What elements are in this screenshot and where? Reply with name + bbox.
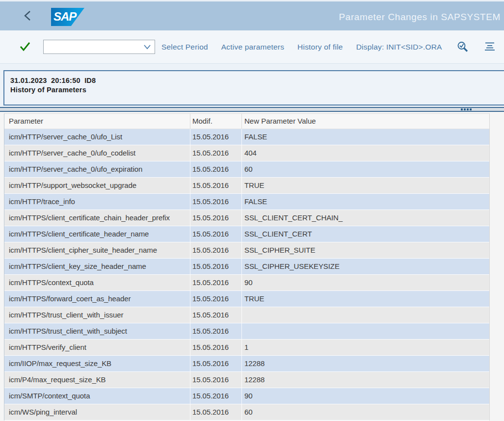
cell-modif: 15.05.2016 xyxy=(190,129,242,145)
table-header-row: Parameter Modif. New Parameter Value xyxy=(4,114,489,129)
table-row[interactable]: icm/HTTP/server_cache_0/ufo_codelist15.0… xyxy=(4,145,489,161)
history-of-file-button[interactable]: History of file xyxy=(297,43,343,52)
page-title: Parameter Changes in SAPSYSTEM xyxy=(339,1,501,32)
table-row[interactable]: icm/HTTPS/verify_client15.05.20161 xyxy=(4,340,489,356)
cell-parameter: icm/HTTPS/trust_client_with_subject xyxy=(4,323,190,339)
toolbar: Select Period Active parameters History … xyxy=(0,30,504,64)
cell-modif: 15.05.2016 xyxy=(190,372,242,388)
cell-new-parameter-value: FALSE xyxy=(242,129,489,145)
select-period-button[interactable]: Select Period xyxy=(161,43,208,52)
command-combobox[interactable] xyxy=(43,40,155,54)
cell-parameter: icm/HTTPS/client_cipher_suite_header_nam… xyxy=(4,242,190,258)
cell-modif: 15.05.2016 xyxy=(190,404,242,420)
splitter-bar[interactable] xyxy=(0,107,504,112)
cell-modif: 15.05.2016 xyxy=(190,259,242,274)
display-init-sid-ora-button[interactable]: Display: INIT<SID>.ORA xyxy=(356,43,442,52)
cell-modif: 15.05.2016 xyxy=(190,388,242,404)
command-combobox-input[interactable] xyxy=(44,40,143,53)
sap-logo-text: SAP xyxy=(51,8,84,26)
column-header-modif[interactable]: Modif. xyxy=(190,114,242,129)
column-header-new-parameter-value[interactable]: New Parameter Value xyxy=(242,114,489,129)
cell-parameter: icm/HTTPS/client_certificate_header_name xyxy=(4,226,190,242)
cell-new-parameter-value: SSL_CLIENT_CERT_CHAIN_ xyxy=(242,210,489,226)
cell-new-parameter-value: 12288 xyxy=(242,356,489,371)
cell-parameter: icm/WS/ping_interval xyxy=(4,404,190,420)
cell-new-parameter-value xyxy=(242,307,489,323)
table-row[interactable]: icm/HTTPS/context_quota15.05.201690 xyxy=(4,275,489,291)
cell-new-parameter-value: FALSE xyxy=(242,194,489,210)
check-icon xyxy=(19,41,31,53)
top-header-bar: SAP Parameter Changes in SAPSYSTEM xyxy=(0,0,504,30)
cell-parameter: icm/HTTPS/verify_client xyxy=(4,340,190,355)
cell-modif: 15.05.2016 xyxy=(190,145,242,161)
cell-new-parameter-value: SSL_CIPHER_SUITE xyxy=(242,242,489,258)
cell-new-parameter-value: 60 xyxy=(242,161,489,177)
cell-parameter: icm/HTTPS/context_quota xyxy=(4,275,190,290)
cell-parameter: icm/HTTPS/client_key_size_header_name xyxy=(4,259,190,274)
cell-parameter: icm/HTTP/server_cache_0/ufo_expiration xyxy=(4,161,190,177)
cell-parameter: icm/HTTPS/forward_coert_as_header xyxy=(4,291,190,307)
cell-new-parameter-value: SSL_CLIENT_CERT xyxy=(242,226,489,242)
cell-modif: 15.05.2016 xyxy=(190,242,242,258)
cell-new-parameter-value: TRUE xyxy=(242,178,489,193)
cell-parameter: icm/HTTPS/client_certificate_chain_heade… xyxy=(4,210,190,226)
cell-parameter: icm/SMTP/context_quota xyxy=(4,388,190,404)
table-row[interactable]: icm/IIOP/max_request_size_KB15.05.201612… xyxy=(4,356,489,372)
cell-modif: 15.05.2016 xyxy=(190,210,242,226)
cell-parameter: icm/P4/max_request_size_KB xyxy=(4,372,190,388)
column-header-parameter[interactable]: Parameter xyxy=(4,114,190,129)
confirm-button[interactable] xyxy=(19,41,31,53)
table-row[interactable]: icm/SMTP/context_quota15.05.201690 xyxy=(4,388,489,404)
cell-parameter: icm/HTTP/server_cache_0/ufo_List xyxy=(4,129,190,145)
cell-modif: 15.05.2016 xyxy=(190,323,242,339)
cell-new-parameter-value: 90 xyxy=(242,275,489,290)
cell-parameter: icm/HTTP/support_websocket_upgrade xyxy=(4,178,190,193)
find-button[interactable] xyxy=(456,41,469,53)
cell-modif: 15.05.2016 xyxy=(190,194,242,210)
cell-new-parameter-value: SSL_CIPHER_USEKEYSIZE xyxy=(242,259,489,274)
search-check-icon xyxy=(456,41,469,53)
stacked-lines-icon xyxy=(483,41,496,53)
cell-parameter: icm/HTTP/trace_info xyxy=(4,194,190,210)
cell-modif: 15.05.2016 xyxy=(190,291,242,307)
cell-parameter: icm/HTTPS/trust_client_with_issuer xyxy=(4,307,190,323)
cell-new-parameter-value: 60 xyxy=(242,404,489,420)
table-row[interactable]: icm/HTTP/trace_info15.05.2016FALSE xyxy=(4,194,489,210)
cell-new-parameter-value: 12288 xyxy=(242,372,489,388)
cell-new-parameter-value: TRUE xyxy=(242,291,489,307)
report-header-panel: 31.01.2023 20:16:50 ID8 History of Param… xyxy=(3,70,504,105)
chevron-down-icon xyxy=(143,43,152,51)
table-body: icm/HTTP/server_cache_0/ufo_List15.05.20… xyxy=(4,129,489,421)
cell-modif: 15.05.2016 xyxy=(190,275,242,290)
table-row[interactable]: icm/HTTPS/client_certificate_chain_heade… xyxy=(4,210,489,226)
cell-new-parameter-value: 90 xyxy=(242,388,489,404)
active-parameters-button[interactable]: Active parameters xyxy=(221,43,284,52)
cell-parameter: icm/IIOP/max_request_size_KB xyxy=(4,356,190,371)
table-row[interactable]: icm/HTTP/support_websocket_upgrade15.05.… xyxy=(4,178,489,194)
table-row[interactable]: icm/HTTPS/client_certificate_header_name… xyxy=(4,226,489,242)
back-chevron-icon xyxy=(23,10,33,22)
layout-list-button[interactable] xyxy=(483,41,496,53)
table-row[interactable]: icm/HTTPS/client_cipher_suite_header_nam… xyxy=(4,242,489,259)
cell-modif: 15.05.2016 xyxy=(190,161,242,177)
back-button[interactable] xyxy=(22,10,34,23)
table-row[interactable]: icm/HTTP/server_cache_0/ufo_expiration15… xyxy=(4,161,489,178)
table-row[interactable]: icm/WS/ping_interval15.05.201660 xyxy=(4,404,489,421)
cell-modif: 15.05.2016 xyxy=(190,178,242,193)
cell-new-parameter-value xyxy=(242,323,489,339)
table-row[interactable]: icm/P4/max_request_size_KB15.05.20161228… xyxy=(4,372,489,388)
table-row[interactable]: icm/HTTP/server_cache_0/ufo_List15.05.20… xyxy=(4,129,489,145)
sap-logo: SAP xyxy=(51,8,84,26)
parameters-table: Parameter Modif. New Parameter Value icm… xyxy=(4,113,490,421)
table-row[interactable]: icm/HTTPS/trust_client_with_subject15.05… xyxy=(4,323,489,340)
table-row[interactable]: icm/HTTPS/forward_coert_as_header15.05.2… xyxy=(4,291,489,307)
cell-modif: 15.05.2016 xyxy=(190,226,242,242)
splitter-handle-icon[interactable] xyxy=(461,108,472,110)
cell-modif: 15.05.2016 xyxy=(190,340,242,355)
cell-modif: 15.05.2016 xyxy=(190,307,242,323)
report-title: History of Parameters xyxy=(10,85,499,95)
table-row[interactable]: icm/HTTPS/client_key_size_header_name15.… xyxy=(4,259,489,275)
cell-parameter: icm/HTTP/server_cache_0/ufo_codelist xyxy=(4,145,190,161)
cell-modif: 15.05.2016 xyxy=(190,356,242,371)
table-row[interactable]: icm/HTTPS/trust_client_with_issuer15.05.… xyxy=(4,307,489,323)
